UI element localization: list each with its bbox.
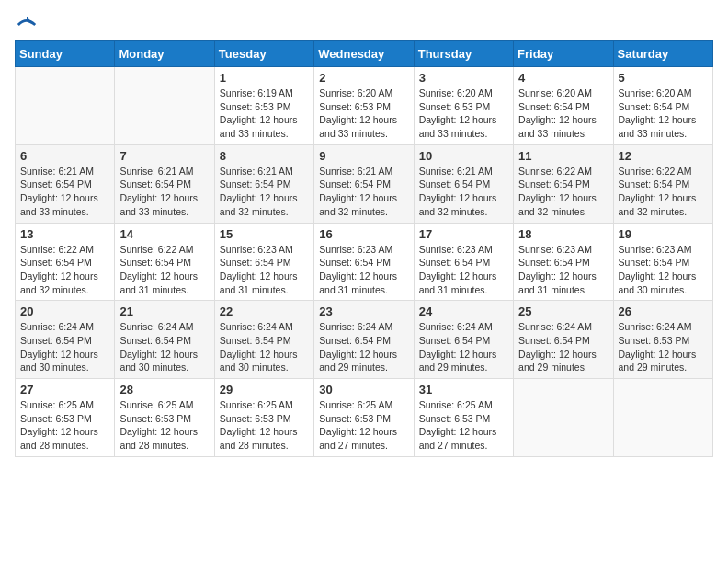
day-number: 28 [119,383,209,396]
calendar-cell: 19Sunrise: 6:23 AM Sunset: 6:54 PM Dayli… [613,223,712,301]
calendar-cell: 13Sunrise: 6:22 AM Sunset: 6:54 PM Dayli… [16,223,115,301]
page-header [15,15,713,31]
day-number: 16 [319,227,408,241]
calendar-cell: 7Sunrise: 6:21 AM Sunset: 6:54 PM Daylig… [115,144,214,223]
calendar-cell [16,67,115,145]
day-header: Monday [115,41,214,67]
day-number: 7 [119,149,209,163]
calendar-cell: 29Sunrise: 6:25 AM Sunset: 6:53 PM Dayli… [214,379,313,457]
day-number: 17 [419,227,508,241]
calendar-cell [613,379,712,457]
day-info: Sunrise: 6:21 AM Sunset: 6:54 PM Dayligh… [319,165,408,219]
day-info: Sunrise: 6:24 AM Sunset: 6:54 PM Dayligh… [20,320,109,374]
calendar-cell: 17Sunrise: 6:23 AM Sunset: 6:54 PM Dayli… [414,223,513,301]
day-info: Sunrise: 6:25 AM Sunset: 6:53 PM Dayligh… [319,398,408,453]
calendar-cell [514,379,613,457]
calendar-cell: 23Sunrise: 6:24 AM Sunset: 6:54 PM Dayli… [314,301,414,379]
day-info: Sunrise: 6:23 AM Sunset: 6:54 PM Dayligh… [319,243,408,297]
calendar-cell: 25Sunrise: 6:24 AM Sunset: 6:54 PM Dayli… [514,301,613,379]
day-info: Sunrise: 6:24 AM Sunset: 6:54 PM Dayligh… [119,320,209,374]
day-info: Sunrise: 6:21 AM Sunset: 6:54 PM Dayligh… [119,165,209,219]
calendar-table: SundayMondayTuesdayWednesdayThursdayFrid… [15,40,713,457]
day-number: 3 [419,71,508,85]
calendar-cell: 20Sunrise: 6:24 AM Sunset: 6:54 PM Dayli… [16,301,115,379]
day-info: Sunrise: 6:24 AM Sunset: 6:53 PM Dayligh… [619,320,708,374]
day-number: 27 [20,383,109,396]
day-number: 20 [20,304,109,318]
day-info: Sunrise: 6:24 AM Sunset: 6:54 PM Dayligh… [419,320,508,374]
day-number: 19 [619,227,708,241]
day-info: Sunrise: 6:24 AM Sunset: 6:54 PM Dayligh… [220,320,309,374]
day-number: 21 [119,304,209,318]
day-info: Sunrise: 6:22 AM Sunset: 6:54 PM Dayligh… [619,165,708,219]
day-number: 10 [419,149,508,163]
day-info: Sunrise: 6:19 AM Sunset: 6:53 PM Dayligh… [220,86,309,141]
day-number: 2 [319,71,408,85]
calendar-week-row: 6Sunrise: 6:21 AM Sunset: 6:54 PM Daylig… [16,144,713,223]
calendar-week-row: 20Sunrise: 6:24 AM Sunset: 6:54 PM Dayli… [16,301,713,379]
calendar-cell: 5Sunrise: 6:20 AM Sunset: 6:54 PM Daylig… [613,67,712,145]
calendar-cell: 12Sunrise: 6:22 AM Sunset: 6:54 PM Dayli… [613,144,712,223]
calendar-cell: 14Sunrise: 6:22 AM Sunset: 6:54 PM Dayli… [115,223,214,301]
day-number: 31 [419,383,508,396]
calendar-cell: 4Sunrise: 6:20 AM Sunset: 6:54 PM Daylig… [514,67,613,145]
day-info: Sunrise: 6:25 AM Sunset: 6:53 PM Dayligh… [119,398,209,453]
logo-icon [17,15,37,35]
calendar-cell: 18Sunrise: 6:23 AM Sunset: 6:54 PM Dayli… [514,223,613,301]
day-info: Sunrise: 6:25 AM Sunset: 6:53 PM Dayligh… [20,398,109,453]
day-number: 29 [220,383,309,396]
day-number: 4 [518,71,608,85]
day-number: 13 [20,227,109,241]
day-info: Sunrise: 6:23 AM Sunset: 6:54 PM Dayligh… [518,243,608,297]
logo [15,15,37,31]
day-info: Sunrise: 6:21 AM Sunset: 6:54 PM Dayligh… [220,165,309,219]
calendar-cell: 3Sunrise: 6:20 AM Sunset: 6:53 PM Daylig… [414,67,513,145]
day-info: Sunrise: 6:25 AM Sunset: 6:53 PM Dayligh… [220,398,309,453]
calendar-cell: 22Sunrise: 6:24 AM Sunset: 6:54 PM Dayli… [214,301,313,379]
calendar-cell [115,67,214,145]
calendar-cell: 8Sunrise: 6:21 AM Sunset: 6:54 PM Daylig… [214,144,313,223]
day-header: Friday [514,41,613,67]
calendar-cell: 26Sunrise: 6:24 AM Sunset: 6:53 PM Dayli… [613,301,712,379]
day-info: Sunrise: 6:22 AM Sunset: 6:54 PM Dayligh… [119,243,209,297]
day-number: 8 [220,149,309,163]
calendar-week-row: 1Sunrise: 6:19 AM Sunset: 6:53 PM Daylig… [16,67,713,145]
calendar-cell: 30Sunrise: 6:25 AM Sunset: 6:53 PM Dayli… [314,379,414,457]
day-info: Sunrise: 6:23 AM Sunset: 6:54 PM Dayligh… [419,243,508,297]
calendar-cell: 9Sunrise: 6:21 AM Sunset: 6:54 PM Daylig… [314,144,414,223]
day-number: 9 [319,149,408,163]
day-header: Thursday [414,41,513,67]
calendar-cell: 31Sunrise: 6:25 AM Sunset: 6:53 PM Dayli… [414,379,513,457]
day-info: Sunrise: 6:24 AM Sunset: 6:54 PM Dayligh… [518,320,608,374]
day-info: Sunrise: 6:20 AM Sunset: 6:54 PM Dayligh… [518,86,608,141]
calendar-cell: 27Sunrise: 6:25 AM Sunset: 6:53 PM Dayli… [16,379,115,457]
day-number: 5 [619,71,708,85]
calendar-cell: 2Sunrise: 6:20 AM Sunset: 6:53 PM Daylig… [314,67,414,145]
day-info: Sunrise: 6:21 AM Sunset: 6:54 PM Dayligh… [419,165,508,219]
calendar-cell: 10Sunrise: 6:21 AM Sunset: 6:54 PM Dayli… [414,144,513,223]
day-number: 30 [319,383,408,396]
day-number: 12 [619,149,708,163]
calendar-cell: 15Sunrise: 6:23 AM Sunset: 6:54 PM Dayli… [214,223,313,301]
day-header: Wednesday [314,41,414,67]
calendar-cell: 11Sunrise: 6:22 AM Sunset: 6:54 PM Dayli… [514,144,613,223]
day-info: Sunrise: 6:25 AM Sunset: 6:53 PM Dayligh… [419,398,508,453]
day-number: 11 [518,149,608,163]
day-info: Sunrise: 6:23 AM Sunset: 6:54 PM Dayligh… [619,243,708,297]
day-info: Sunrise: 6:20 AM Sunset: 6:53 PM Dayligh… [419,86,508,141]
day-info: Sunrise: 6:20 AM Sunset: 6:53 PM Dayligh… [319,86,408,141]
day-number: 23 [319,304,408,318]
calendar-cell: 28Sunrise: 6:25 AM Sunset: 6:53 PM Dayli… [115,379,214,457]
day-number: 24 [419,304,508,318]
calendar-cell: 16Sunrise: 6:23 AM Sunset: 6:54 PM Dayli… [314,223,414,301]
calendar-cell: 24Sunrise: 6:24 AM Sunset: 6:54 PM Dayli… [414,301,513,379]
day-number: 25 [518,304,608,318]
calendar-week-row: 13Sunrise: 6:22 AM Sunset: 6:54 PM Dayli… [16,223,713,301]
calendar-week-row: 27Sunrise: 6:25 AM Sunset: 6:53 PM Dayli… [16,379,713,457]
calendar-cell: 21Sunrise: 6:24 AM Sunset: 6:54 PM Dayli… [115,301,214,379]
day-number: 1 [220,71,309,85]
day-number: 22 [220,304,309,318]
day-header: Saturday [613,41,712,67]
day-header: Tuesday [214,41,313,67]
day-info: Sunrise: 6:24 AM Sunset: 6:54 PM Dayligh… [319,320,408,374]
